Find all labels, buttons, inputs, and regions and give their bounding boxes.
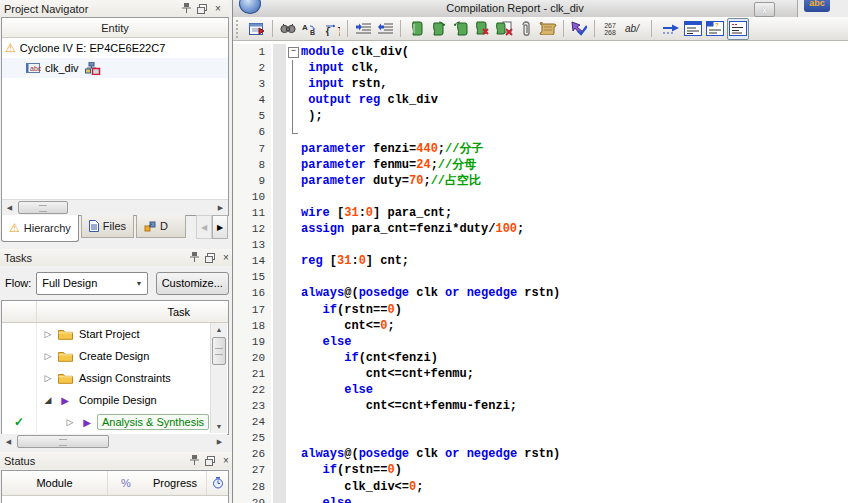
bookmark-margin[interactable]	[273, 479, 286, 495]
task-vscrollbar[interactable]: ▲ ▼	[210, 323, 227, 433]
bookmark-margin[interactable]	[273, 108, 286, 124]
task-label[interactable]: Compile Design	[75, 393, 161, 407]
bookmark-margin[interactable]	[273, 253, 286, 269]
code-line[interactable]: 9parameter duty=70;//占空比	[233, 173, 848, 189]
fold-margin[interactable]	[286, 318, 301, 334]
scroll-right-icon[interactable]: ▶	[213, 200, 228, 215]
bookmark-margin[interactable]	[273, 44, 286, 60]
close-icon[interactable]: ×	[211, 2, 225, 15]
status-col-progress[interactable]: Progress	[144, 471, 207, 495]
bookmark-margin[interactable]	[273, 189, 286, 205]
next-bookmark-icon[interactable]	[428, 19, 448, 39]
pin-icon[interactable]	[187, 251, 201, 264]
code-line[interactable]: 28 clk_div<=0;	[233, 479, 848, 495]
close-icon[interactable]: ×	[219, 251, 233, 264]
tab-design-units[interactable]: D	[136, 215, 186, 238]
code-line[interactable]: 13	[233, 237, 848, 253]
fold-margin[interactable]	[286, 237, 301, 253]
task-column-header[interactable]: Task	[2, 301, 228, 323]
fold-margin[interactable]	[286, 285, 301, 301]
insert-bookmark-icon[interactable]	[406, 19, 426, 39]
bookmark-margin[interactable]	[273, 92, 286, 108]
scrollbar-thumb[interactable]	[212, 337, 226, 365]
view-source-icon[interactable]: ?	[705, 19, 725, 39]
view-summary-icon[interactable]	[727, 18, 749, 40]
code-line[interactable]: 25	[233, 430, 848, 446]
close-button[interactable]: x	[754, 2, 775, 17]
macro-icon[interactable]	[538, 19, 558, 39]
task-row[interactable]: ◢▶Compile Design	[2, 389, 228, 411]
pin-icon[interactable]	[179, 2, 193, 15]
code-line[interactable]: 7parameter fenzi=440;//分子	[233, 141, 848, 157]
whitespace-icon[interactable]: ab/	[622, 19, 642, 39]
bookmark-margin[interactable]	[273, 414, 286, 430]
flow-select[interactable]: Full Design ▼	[36, 272, 147, 295]
code-editor[interactable]: 1−module clk_div(2 input clk,3 input rst…	[233, 41, 848, 503]
bookmark-margin[interactable]	[273, 141, 286, 157]
replace-icon[interactable]: AB	[300, 19, 320, 39]
bookmark-margin[interactable]	[273, 495, 286, 503]
expand-arrow-icon[interactable]: ▷	[41, 373, 55, 383]
bookmark-margin[interactable]	[273, 318, 286, 334]
scroll-up-icon[interactable]: ▲	[212, 323, 227, 336]
remove-bookmark-icon[interactable]	[472, 19, 492, 39]
fold-margin[interactable]	[286, 398, 301, 414]
bookmark-margin[interactable]	[273, 302, 286, 318]
scroll-left-icon[interactable]: ◀	[2, 200, 17, 215]
tree-item-device[interactable]: ⚠ Cyclone IV E: EP4CE6E22C7	[2, 38, 228, 58]
code-line[interactable]: 2 input clk,	[233, 60, 848, 76]
expand-arrow-icon[interactable]: ▷	[41, 329, 55, 339]
fold-margin[interactable]	[286, 269, 301, 285]
report-window-icon[interactable]	[247, 19, 267, 39]
bookmark-margin[interactable]	[273, 334, 286, 350]
scroll-down-icon[interactable]: ▼	[212, 420, 227, 433]
bookmark-margin[interactable]	[273, 430, 286, 446]
task-label[interactable]: Analysis & Synthesis	[97, 414, 209, 430]
bookmark-margin[interactable]	[273, 269, 286, 285]
customize-button[interactable]: Customize...	[156, 272, 230, 295]
elapsed-time-icon[interactable]	[207, 477, 228, 489]
fold-margin[interactable]	[286, 221, 301, 237]
code-line[interactable]: 23 cnt<=cnt+fenmu-fenzi;	[233, 398, 848, 414]
bookmark-margin[interactable]	[273, 205, 286, 221]
bookmark-margin[interactable]	[273, 446, 286, 462]
indent-icon[interactable]	[353, 19, 373, 39]
fold-margin[interactable]	[286, 495, 301, 503]
code-line[interactable]: 19 else	[233, 334, 848, 350]
fold-margin[interactable]	[286, 189, 301, 205]
code-line[interactable]: 22 else	[233, 382, 848, 398]
tab-hierarchy[interactable]: ⚠ Hierarchy	[1, 215, 79, 242]
fold-margin[interactable]: −	[286, 44, 301, 60]
fold-margin[interactable]	[286, 382, 301, 398]
fold-margin[interactable]	[286, 173, 301, 189]
code-line[interactable]: 21 cnt<=cnt+fenmu;	[233, 366, 848, 382]
code-line[interactable]: 29 else	[233, 495, 848, 503]
tab-scroll-left-icon[interactable]: ◀	[196, 215, 212, 239]
bookmark-margin[interactable]	[273, 366, 286, 382]
code-line[interactable]: 27 if(rstn==0)	[233, 462, 848, 478]
bookmark-margin[interactable]	[273, 60, 286, 76]
float-window-icon[interactable]	[203, 454, 217, 467]
fold-margin[interactable]	[286, 446, 301, 462]
fold-margin[interactable]	[286, 253, 301, 269]
fold-margin[interactable]	[286, 205, 301, 221]
fold-collapse-icon[interactable]: −	[288, 47, 299, 58]
code-line[interactable]: 3 input rstn,	[233, 76, 848, 92]
code-line[interactable]: 17 if(rstn==0)	[233, 302, 848, 318]
bookmark-margin[interactable]	[273, 237, 286, 253]
expand-arrow-icon[interactable]: ▷	[41, 351, 55, 361]
task-label[interactable]: Start Project	[75, 327, 144, 341]
fold-margin[interactable]	[286, 76, 301, 92]
unindent-icon[interactable]	[375, 19, 395, 39]
tree-item-entity[interactable]: abc clk_div	[2, 58, 228, 78]
fold-margin[interactable]	[286, 462, 301, 478]
abc-icon[interactable]: abc	[804, 0, 830, 12]
code-line[interactable]: 8parameter fenmu=24;//分母	[233, 157, 848, 173]
fold-margin[interactable]	[286, 108, 301, 124]
fold-margin[interactable]	[286, 60, 301, 76]
code-line[interactable]: 15	[233, 269, 848, 285]
fold-margin[interactable]	[286, 430, 301, 446]
code-line[interactable]: 6	[233, 124, 848, 140]
fold-margin[interactable]	[286, 157, 301, 173]
status-col-module[interactable]: Module	[2, 471, 108, 495]
